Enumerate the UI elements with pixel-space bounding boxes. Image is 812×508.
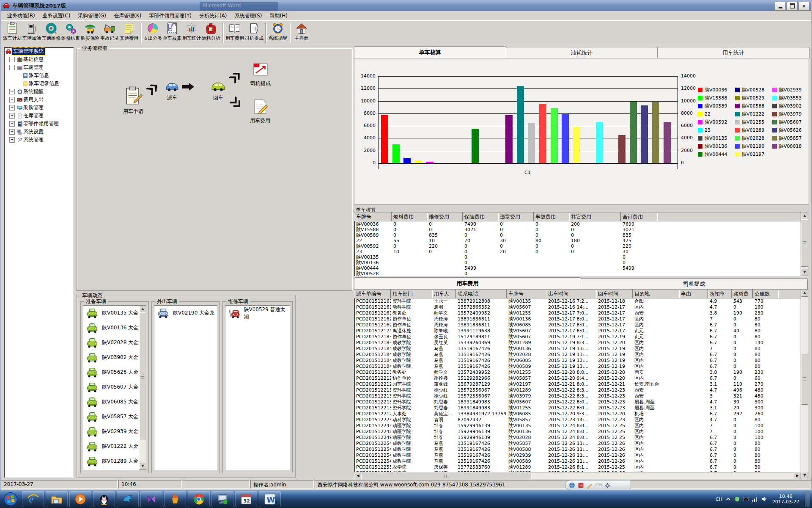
analysis-tab-0[interactable]: 单车核算 <box>354 46 506 58</box>
kmplayer-button[interactable] <box>140 491 162 507</box>
table-row[interactable]: 225510703080180425 <box>354 238 808 243</box>
table-row[interactable]: PCD201512161...资环学院王永一13872912808陕V00135… <box>354 298 808 304</box>
menu-item-parts-requisition-management[interactable]: 零部件领用管理(Y) <box>145 11 195 20</box>
analysis-tab-1[interactable]: 油耗统计 <box>506 47 658 58</box>
vehicle-refuel-button[interactable]: 车辆加油 <box>22 22 41 44</box>
expand-toggle-icon[interactable]: - <box>9 65 15 70</box>
thunderbird-button[interactable] <box>117 491 139 507</box>
column-header[interactable]: 折扣率 <box>708 290 732 298</box>
scroll-down-icon[interactable]: ▼ <box>801 472 808 479</box>
scroll-left-icon[interactable]: ◀ <box>354 472 362 480</box>
vehicle-repair-button[interactable]: 车辆维修 <box>41 22 61 44</box>
list-item[interactable]: 陕V06085 大金龙 <box>83 395 146 409</box>
expand-toggle-icon[interactable]: + <box>9 89 15 94</box>
ime-pen-icon[interactable] <box>587 482 593 489</box>
list-item[interactable]: 陕V02190 大金龙 <box>154 306 217 320</box>
qq-button[interactable] <box>93 491 115 507</box>
remote-desktop-button[interactable] <box>211 491 233 507</box>
expand-toggle-icon[interactable]: + <box>9 137 15 143</box>
flow-node-return-car[interactable]: 回车 <box>202 78 235 102</box>
sidebar-item-root[interactable]: 车辆管理系统 <box>4 47 74 55</box>
scroll-thumb[interactable] <box>139 312 146 440</box>
table-row[interactable]: PCD201512213...资环学院刘思春18991849983陕V05607… <box>354 399 808 405</box>
column-header[interactable]: 事故费用 <box>534 213 569 221</box>
scroll-up-icon[interactable]: ▲ <box>139 306 146 313</box>
list-item[interactable]: 陕V05607 大金龙 <box>83 380 146 395</box>
list-item[interactable]: 陕V00136 大金龙 <box>83 320 146 335</box>
ime-settings-icon[interactable] <box>604 482 611 489</box>
list-item[interactable]: 陕V05626 大金龙 <box>83 365 146 380</box>
accident-record-button[interactable]: 事故记录 <box>100 22 119 44</box>
calendar-button[interactable]: 32 <box>235 491 257 507</box>
scroll-up-icon[interactable]: ▲ <box>801 213 808 220</box>
list-scrollbar[interactable]: ▲▼ <box>139 306 146 470</box>
table-row[interactable]: 陕V00036007490002007690 <box>354 221 808 227</box>
sidebar-item-dispatch-info[interactable]: 派车信息 <box>4 72 74 80</box>
table-row[interactable]: PCD201512184...成教学院马燕13519167426陕V060852… <box>354 358 808 364</box>
sidebar-item-expense-outlay[interactable]: +费用支出 <box>4 96 74 104</box>
tray-safety-icon[interactable] <box>734 496 740 502</box>
table-row[interactable]: 陕V005280 <box>354 271 808 276</box>
scroll-thumb[interactable] <box>361 472 531 480</box>
table-row[interactable]: PCD201512213...资环学院刘思春18991849983陕V01255… <box>354 405 808 411</box>
usage-fee-button[interactable]: 用车费用 <box>225 22 244 44</box>
sidebar-item-parts-requisition[interactable]: +零部件领用管理 <box>4 120 74 128</box>
table-row[interactable]: PCD201512212...协作单位胡拴楼15129282966陕V05857… <box>354 375 808 381</box>
column-header[interactable]: 用车部门 <box>391 290 432 298</box>
foxmail-button[interactable] <box>164 491 186 507</box>
table-row[interactable]: PCD201512213...资环学院徐少红13572556067陕V01289… <box>354 387 808 393</box>
table-row[interactable]: PCD201512184...成教学院马燕13519167426陕V020282… <box>354 352 808 358</box>
start-orb-button[interactable] <box>1 491 20 507</box>
column-header[interactable]: 派车单编号 <box>354 290 391 298</box>
tray-volume-icon[interactable] <box>761 496 767 502</box>
table-row[interactable]: PCD201512213...资环学院徐少红13572556067陕V03979… <box>354 393 808 399</box>
table-row[interactable]: 陕V0044454995499 <box>354 265 808 271</box>
menu-item-system-management[interactable]: 系统管理(S) <box>231 11 266 20</box>
tray-message-icon[interactable] <box>743 496 749 502</box>
table-row[interactable]: PCD20151224951动医学院邹春15929946139陕V0202820… <box>354 435 808 441</box>
show-desktop-button[interactable] <box>805 491 810 507</box>
table-row[interactable]: PCD20151216186动科学院袁明13572866352陕V0560720… <box>354 304 808 310</box>
table-row[interactable]: PCD201512171...离退休处陈肇曦13991119638陕V05607… <box>354 328 808 334</box>
driver-commission-button[interactable]: 司机提成 <box>244 22 264 44</box>
analysis-tab-2[interactable]: 用车统计 <box>657 47 809 58</box>
table-row[interactable]: 陕V0013500 <box>354 254 808 260</box>
internet-explorer-button[interactable]: e <box>22 491 44 507</box>
menu-item-warehouse-management[interactable]: 仓库管理(K) <box>110 11 145 20</box>
repair-finish-button[interactable]: 维修结束 <box>61 22 80 44</box>
expense-category-button[interactable]: 支出分类 <box>143 22 162 44</box>
maximize-button[interactable] <box>787 2 798 11</box>
table-row[interactable]: 陕V0058908350000835 <box>354 232 808 238</box>
column-header[interactable]: 路桥费 <box>732 290 753 298</box>
table-row[interactable]: PCD20151224546动医学院邹春15929946139陕V0013520… <box>354 423 808 429</box>
menu-item-purchase-management[interactable]: 采购管理(G) <box>74 11 110 20</box>
column-header[interactable]: 违章费用 <box>498 213 534 221</box>
table-row[interactable]: 陕V155880030210003021 <box>354 227 808 232</box>
flow-node-driver-commission[interactable]: 司机提成 <box>245 61 276 87</box>
sidebar-item-dispatch-record-info[interactable]: 派车记录信息 <box>4 80 74 88</box>
fuel-analysis-button[interactable]: 油耗分析 <box>201 22 221 44</box>
table-row[interactable]: PCD201512254...成教学院马燕13519167426陕V005892… <box>354 458 808 464</box>
list-item[interactable]: 陕V03902 大金龙 <box>83 350 146 365</box>
table-row[interactable]: PCD201512212...园艺学院蒲亚锋13679287129陕V02197… <box>354 381 808 387</box>
sidebar-item-base-info[interactable]: +基础信息 <box>4 55 74 64</box>
close-button[interactable]: × <box>798 2 809 11</box>
list-item[interactable]: 陕V01289 大金龙 <box>83 454 146 469</box>
detail-tab-0[interactable]: 用车费用 <box>354 277 581 289</box>
expand-toggle-icon[interactable]: + <box>9 129 15 135</box>
chrome-button[interactable] <box>188 491 210 507</box>
table-vertical-scrollbar[interactable]: ▲▼ <box>801 213 808 276</box>
table-row[interactable]: 陕V0013600 <box>354 260 808 265</box>
sidebar-item-system-settings[interactable]: +系统设置 <box>4 128 74 136</box>
tray-language-indicator[interactable]: CH <box>716 497 722 502</box>
scroll-thumb[interactable] <box>801 219 808 267</box>
ime-globe-icon[interactable] <box>569 482 575 489</box>
table-row[interactable]: PCD201512254...成教学院马燕13519167426陕V005882… <box>354 447 808 453</box>
list-item[interactable]: 陕V00529 普通太湖 <box>225 306 290 320</box>
system-reminder-button[interactable]: 系统提醒 <box>268 22 288 44</box>
expand-toggle-icon[interactable]: + <box>9 113 15 119</box>
buy-insurance-button[interactable]: 购买保险 <box>80 22 100 44</box>
tray-clock[interactable]: 10:46 2017-03-27 <box>770 494 802 505</box>
title-bar[interactable]: 车辆管理系统2017版 Microsoft Word × <box>1 1 811 11</box>
table-row[interactable]: PCD201512254...成教学院马燕13519167426陕V058572… <box>354 441 808 447</box>
